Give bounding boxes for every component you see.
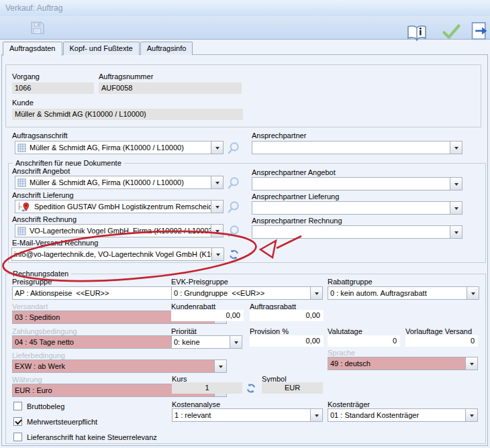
info-book-icon[interactable] (405, 24, 428, 42)
preisgruppe-label: Preisgruppe (12, 278, 52, 286)
dropdown-arrow-icon[interactable] (230, 336, 242, 348)
verkauf-auftrag-window: { "window": { "title": "Verkauf: Auftrag… (0, 0, 490, 448)
checkbox-label: Mehrwertsteuerpflicht (27, 418, 97, 426)
sprache-select[interactable]: 49 : deutsch (328, 357, 478, 370)
checkbox-box[interactable] (13, 433, 22, 441)
ansprechpartner-label: Ansprechpartner (252, 131, 306, 139)
vorgang-field: 1066 (12, 82, 94, 94)
ansprechpartner-angebot-select[interactable] (252, 177, 462, 190)
valutatage-field[interactable]: 0 (328, 335, 400, 347)
lieferbedingung-select[interactable]: EXW : ab Werk (12, 359, 227, 373)
anschrift-angebot-label: Anschrift Angebot (12, 167, 70, 175)
refresh-icon[interactable] (228, 249, 240, 260)
vorlauftage-versand-label: Vorlauftage Versand (405, 327, 472, 335)
dropdown-arrow-icon[interactable] (211, 176, 223, 188)
dropdown-arrow-icon[interactable] (465, 409, 477, 421)
checkbox-box[interactable] (13, 402, 22, 410)
dropdown-arrow-icon[interactable] (211, 142, 223, 154)
dropdown-arrow-icon[interactable] (211, 248, 224, 260)
checkbox-label: Lieferanschrift hat keine Steuerrelevanz (27, 433, 157, 441)
anschriften-group-title: Anschriften für neue Dokumente (13, 159, 124, 167)
ansprechpartner-rechnung-select[interactable] (252, 225, 462, 239)
kostentraeger-label: Kostenträger (328, 400, 370, 408)
dropdown-arrow-icon[interactable] (214, 360, 226, 372)
anschrift-angebot-select[interactable]: Müller & Schmidt AG, Firma (K10000 / L10… (15, 176, 224, 189)
rabattgruppe-select[interactable]: 0 : kein autom. Auftragsrabatt (328, 286, 479, 300)
kunde-field: Müller & Schmidt AG (K10000 / L10000) (12, 109, 243, 120)
kostentraeger-select[interactable]: 01 : Standard Kostenträger (328, 408, 478, 422)
anschrift-lieferung-select[interactable]: Spedition GUSTAV GmbH Logistikzentrum Re… (15, 200, 224, 213)
window-title: Verkauf: Auftrag (0, 0, 490, 16)
rechnungsdaten-group-title: Rechnungsdaten (10, 270, 71, 278)
zahlungsbedingung-label: Zahlungsbedingung (12, 327, 77, 335)
checkbox-lieferanschrift-steuerrelevanz[interactable]: Lieferanschrift hat keine Steuerrelevanz (13, 433, 157, 441)
provision-label: Provision % (250, 327, 289, 335)
kurs-field: 1 (172, 382, 242, 394)
ansprechpartner-lieferung-label: Ansprechpartner Lieferung (252, 192, 339, 201)
dropdown-arrow-icon[interactable] (450, 178, 462, 190)
kostenanalyse-label: Kostenanalyse (172, 400, 220, 408)
ansprechpartner-angebot-label: Ansprechpartner Angebot (252, 168, 336, 176)
building-icon (17, 144, 26, 152)
sprache-label: Sprache (328, 349, 355, 357)
exit-icon[interactable] (471, 21, 489, 40)
save-icon[interactable] (30, 20, 45, 36)
tab-auftragsdaten[interactable]: Auftragsdaten (3, 42, 62, 56)
map-pin-icon (17, 201, 31, 213)
auftragsanschrift-select[interactable]: Müller & Schmidt AG, Firma (K10000 / L10… (15, 141, 224, 154)
dropdown-arrow-icon[interactable] (211, 225, 223, 237)
vorlauftage-versand-field[interactable]: 0 (405, 335, 478, 347)
vorgang-label: Vorgang (12, 72, 40, 80)
dropdown-arrow-icon[interactable] (450, 142, 462, 154)
valutatage-label: Valutatage (328, 327, 362, 335)
auftragsnummer-label: Auftragsnummer (99, 72, 153, 80)
tab-bar: Auftragsdaten Kopf- und Fußtexte Auftrag… (3, 42, 193, 54)
kunde-label: Kunde (12, 99, 34, 107)
building-icon (17, 178, 26, 187)
tab-auftragsinfo[interactable]: Auftragsinfo (140, 42, 193, 55)
evk-preisgruppe-select[interactable]: 0 : Grundgruppe <<EUR>> (171, 286, 323, 300)
search-icon[interactable] (227, 225, 240, 238)
prioritaet-label: Priorität (171, 327, 197, 335)
dropdown-arrow-icon[interactable] (467, 287, 479, 299)
waehrung-label: Währung (12, 376, 42, 384)
anschrift-rechnung-select[interactable]: VO-Lagertechnik Vogel GmbH, Firma (K1000… (15, 224, 224, 237)
auftragsrabatt-field[interactable]: 0,00 (250, 310, 324, 321)
dropdown-arrow-icon[interactable] (450, 226, 462, 238)
search-icon[interactable] (227, 176, 240, 190)
email-versand-rechnung-select[interactable]: info@vo-lagertechnik.de, VO-Lagertechnik… (11, 247, 224, 261)
checkbox-bruttobeleg[interactable]: Bruttobeleg (13, 402, 64, 410)
anschrift-lieferung-label: Anschrift Lieferung (12, 191, 74, 199)
dropdown-arrow-icon[interactable] (310, 409, 322, 421)
search-icon[interactable] (227, 201, 240, 214)
kundenrabatt-field[interactable]: 0,00 (171, 310, 244, 321)
ansprechpartner-lieferung-select[interactable] (252, 201, 462, 215)
provision-field[interactable]: 0,00 (250, 335, 324, 347)
ansprechpartner-rechnung-label: Ansprechpartner Rechnung (252, 217, 342, 225)
email-versand-rechnung-label: E-Mail-Versand Rechnung (12, 239, 98, 247)
prioritaet-select[interactable]: 0: keine (171, 335, 242, 349)
dropdown-arrow-icon[interactable] (465, 357, 477, 370)
ansprechpartner-select[interactable] (252, 141, 462, 154)
refresh-icon[interactable] (246, 383, 256, 394)
kostenanalyse-select[interactable]: 1 : relevant (172, 408, 323, 422)
confirm-check-icon[interactable] (442, 23, 461, 40)
dropdown-arrow-icon[interactable] (310, 287, 322, 299)
checkbox-label: Bruttobeleg (27, 402, 64, 410)
auftragsnummer-field: AUF0058 (99, 82, 242, 94)
dropdown-arrow-icon[interactable] (211, 201, 223, 213)
checkbox-box[interactable] (13, 417, 22, 426)
evk-preisgruppe-label: EVK-Preisgruppe (171, 278, 228, 286)
checkbox-mehrwertsteuerpflicht[interactable]: Mehrwertsteuerpflicht (13, 417, 97, 426)
lieferbedingung-label: Lieferbedingung (12, 351, 65, 359)
versandart-label: Versandart (12, 302, 48, 311)
symbol-field: EUR (262, 382, 323, 394)
auftragsanschrift-label: Auftragsanschrift (12, 131, 68, 139)
anschrift-rechnung-label: Anschrift Rechnung (12, 215, 77, 223)
search-icon[interactable] (227, 142, 240, 155)
building-icon (17, 227, 26, 235)
tab-kopf-und-fusstexte[interactable]: Kopf- und Fußtexte (63, 42, 140, 55)
rabattgruppe-label: Rabattgruppe (328, 278, 373, 286)
dropdown-arrow-icon[interactable] (450, 202, 462, 214)
